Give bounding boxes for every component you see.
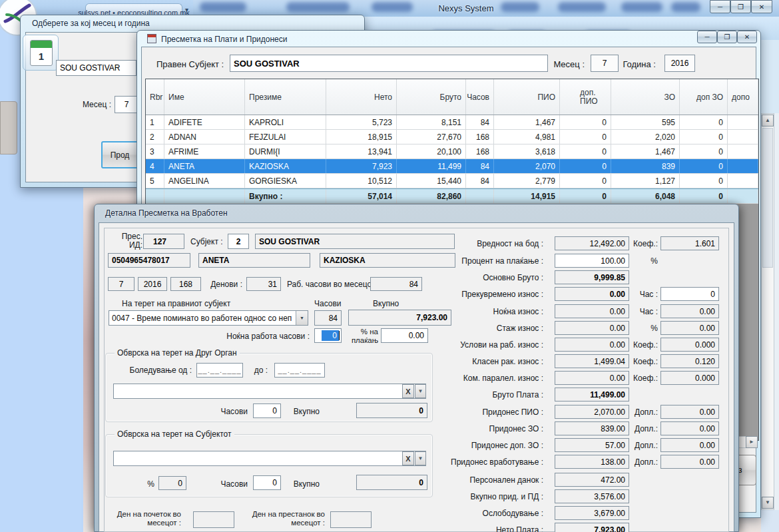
field-value-secondary[interactable]: 0.00 [660,405,719,419]
month-hours-field[interactable]: 84 [370,277,422,291]
subject-pct-label: % [144,479,154,489]
day-end-field[interactable] [330,511,372,528]
field-label: Придонес доп. ЗО : [426,441,543,450]
sick-to-field[interactable]: __.__.____ [274,363,325,378]
field-value-secondary[interactable]: 0.000 [660,338,719,352]
table-cell: 14,915 [494,189,560,203]
field-value-secondary[interactable]: 0.00 [660,438,719,452]
other-hours-field[interactable]: 0 [253,403,281,418]
other-total-field[interactable]: 0 [356,403,427,418]
payroll-minimize-button[interactable]: ─ [697,31,717,43]
field-value[interactable]: 3,679.00 [555,506,629,520]
work-type-combobox[interactable]: 0047 - Време поминато во работен однос с… [109,310,308,326]
pres-id-field[interactable]: 127 [143,234,184,249]
maximize-button[interactable]: ❐ [730,0,751,13]
scrollbar-thumb[interactable] [762,128,773,268]
field-label: Прекувремено износ : [426,290,543,299]
legal-subject-field[interactable]: SOU GOSTIVAR [230,55,548,72]
field-value-secondary[interactable]: 0.00 [660,455,719,469]
scroll-down-button[interactable]: ▼ [762,497,774,509]
field-value-secondary[interactable]: 0.000 [660,371,719,385]
background-panel-fragment [0,101,17,154]
column-header: ПИО [494,79,560,115]
dialog-subject-field[interactable]: SOU GOSTIVAR [56,60,136,76]
payroll-close-button[interactable]: ✕ [737,31,757,43]
scroll-up-button[interactable]: ▲ [762,115,774,127]
column-header: Нето [326,79,397,115]
payroll-month-field[interactable]: 7 [591,55,619,72]
subject-name-field[interactable]: SOU GOSTIVAR [255,234,455,249]
table-cell: ANETA [164,159,245,173]
field-value-secondary[interactable]: 0.120 [660,354,719,368]
day-start-field[interactable] [193,511,234,528]
table-cell: FEJZULAI [245,130,326,144]
night-hours-field[interactable]: 0 [314,328,342,343]
main-window-title: Nexys System [426,3,506,13]
fund-hours-field[interactable]: 168 [170,277,201,291]
subject-combobox[interactable] [113,451,426,466]
month-field[interactable]: 7 [108,277,134,291]
subject-pct-field[interactable]: 0 [158,476,186,490]
table-row[interactable]: 1ADIFETEKAPROLI5,7238,151841,46705950 [146,115,758,130]
embg-field[interactable]: 0504965478017 [108,253,190,268]
field-label: Придонес ЗО : [426,424,543,433]
table-cell: 0 [560,130,611,144]
field-value[interactable]: 3,576.00 [555,489,629,503]
subject-id-field[interactable]: 2 [228,234,249,249]
table-header-row: RbrИмеПрезимеНетоБрутоЧасовПИОдоп. ПИОЗО… [146,79,758,115]
burden-label: На терет на правниот субјект [122,299,230,308]
table-cell: 0 [560,144,611,158]
subject-clear-button[interactable]: X [402,451,414,465]
table-cell: ADIFETE [164,115,245,129]
chevron-down-icon[interactable]: ▼ [296,311,308,325]
work-hours-field[interactable]: 84 [314,310,342,326]
table-row[interactable]: 2ADNANFEJZULAI18,91527,6701684,98102,020… [146,130,758,144]
calendar-button[interactable]: 1 [23,35,59,71]
field-value-secondary[interactable]: 0.00 [660,421,719,435]
table-row[interactable]: 3AFRIMEDURMI{I13,94120,1001683,61801,467… [146,144,758,159]
field-label-secondary: Допл.: [610,457,658,467]
sick-from-field[interactable]: __.__.____ [196,363,243,378]
other-organ-combobox[interactable] [113,384,426,399]
subject-hours-field[interactable]: 0 [253,475,281,490]
column-header: Бруто [397,79,466,115]
year-field[interactable]: 2016 [138,277,167,291]
subject-total-field[interactable]: 0 [356,475,427,490]
table-cell: DURMI{I [245,144,326,158]
minimize-button[interactable]: ─ [710,0,730,13]
other-organ-clear-button[interactable]: X [402,384,414,398]
table-row[interactable]: 5ANGELINAGORGIESKA10,51215,440842,77901,… [146,174,758,188]
table-cell [466,189,494,203]
night-pct-field[interactable]: 0.00 [381,328,428,343]
proceed-button[interactable]: Прод [101,141,138,168]
field-value[interactable]: 9,999.85 [555,270,629,284]
payroll-maximize-button[interactable]: ❐ [717,31,737,43]
field-value-secondary[interactable]: 1.601 [660,236,719,250]
first-name-field[interactable]: ANETA [198,253,310,268]
tab-dropdown-icon[interactable]: ▾ [185,6,188,13]
field-value-secondary[interactable]: 0 [660,287,719,301]
field-value-secondary[interactable]: 0.00 [660,304,719,318]
table-cell: 84 [466,174,494,188]
days-field[interactable]: 31 [246,277,281,291]
payroll-year-field[interactable]: 2016 [664,55,695,72]
subject-drop-button[interactable]: ▼ [415,451,426,465]
field-value[interactable]: 472.00 [555,473,629,487]
field-value[interactable]: 7,923.00 [555,523,629,532]
field-value-secondary[interactable]: 0.00 [660,321,719,335]
close-button[interactable]: ✕ [751,0,772,13]
table-row[interactable]: 4ANETAKAZIOSKA7,92311,499842,07008390 [146,159,758,174]
field-value[interactable]: 11,499.00 [555,388,629,401]
table-cell: 82,860 [397,189,466,203]
calendar-icon: 1 [30,40,53,66]
table-cell [728,130,758,144]
other-organ-drop-button[interactable]: ▼ [415,384,426,398]
subject-total-label: Вкупно [293,479,320,489]
subject-hours-label: Часови [217,479,248,489]
payroll-month-label: Месец : [546,59,585,69]
field-label: Придонес вработување : [426,457,543,467]
table-cell: 57,014 [326,189,397,203]
scroll-right-button[interactable]: ► [746,436,758,448]
dialog-month-field[interactable]: 7 [115,96,138,113]
clear-x-icon: X [405,455,410,463]
